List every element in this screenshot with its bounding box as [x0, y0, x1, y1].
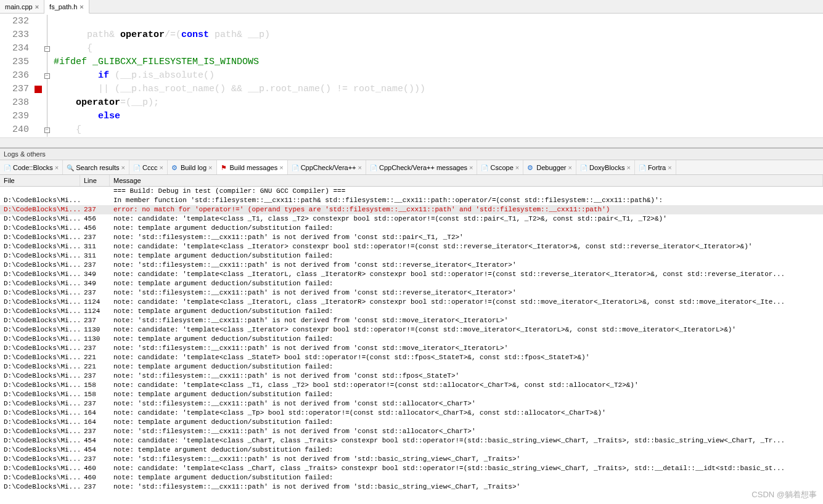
message-row[interactable]: D:\CodeBlocks\Mi...221note: template arg…: [0, 362, 823, 372]
message-row[interactable]: D:\CodeBlocks\Mi...In member function 's…: [0, 196, 823, 205]
panel-tab[interactable]: DoxyBlocks×: [576, 160, 635, 174]
message-row[interactable]: D:\CodeBlocks\Mi...456note: template arg…: [0, 224, 823, 233]
message-row[interactable]: === Build: Debug in test (compiler: GNU …: [0, 187, 823, 196]
msg-file: D:\CodeBlocks\Mi...: [0, 464, 80, 473]
message-row[interactable]: D:\CodeBlocks\Mi...349note: template arg…: [0, 279, 823, 288]
panel-tab[interactable]: CppCheck/Vera++×: [288, 160, 366, 174]
file-tab[interactable]: main.cpp×: [0, 0, 44, 13]
file-tab[interactable]: fs_path.h×: [44, 0, 89, 14]
message-row[interactable]: D:\CodeBlocks\Mi...1124note: template ar…: [0, 307, 823, 316]
col-line[interactable]: Line: [80, 175, 110, 186]
msg-line: 158: [80, 390, 110, 399]
panel-tab[interactable]: Search results×: [63, 160, 129, 174]
message-row[interactable]: D:\CodeBlocks\Mi...237error: no match fo…: [0, 205, 823, 214]
message-row[interactable]: D:\CodeBlocks\Mi...164note: candidate: '…: [0, 408, 823, 418]
panel-tab-label: Cscope: [490, 164, 513, 171]
message-row[interactable]: D:\CodeBlocks\Mi...311note: template arg…: [0, 251, 823, 261]
col-message[interactable]: Message: [110, 175, 823, 186]
msg-line: 221: [80, 353, 110, 362]
close-icon[interactable]: ×: [35, 3, 39, 10]
message-row[interactable]: D:\CodeBlocks\Mi...237note: 'std::filesy…: [0, 372, 823, 381]
message-row[interactable]: D:\CodeBlocks\Mi...1124note: candidate: …: [0, 298, 823, 307]
message-row[interactable]: D:\CodeBlocks\Mi...237note: 'std::filesy…: [0, 427, 823, 436]
close-icon[interactable]: ×: [469, 164, 473, 171]
message-row[interactable]: D:\CodeBlocks\Mi...460note: template arg…: [0, 473, 823, 482]
close-icon[interactable]: ×: [208, 164, 212, 171]
message-row[interactable]: D:\CodeBlocks\Mi...237note: 'std::filesy…: [0, 261, 823, 270]
message-row[interactable]: D:\CodeBlocks\Mi...311note: candidate: '…: [0, 242, 823, 251]
message-row[interactable]: D:\CodeBlocks\Mi...237note: 'std::filesy…: [0, 316, 823, 325]
fold-toggle-icon[interactable]: −: [44, 128, 50, 133]
panel-tab[interactable]: Debugger×: [523, 160, 576, 174]
close-icon[interactable]: ×: [515, 164, 519, 171]
fold-column[interactable]: −−−: [43, 14, 51, 137]
close-icon[interactable]: ×: [626, 164, 630, 171]
panel-tab-label: Build messages: [230, 164, 278, 171]
editor-scrollbar[interactable]: [0, 137, 823, 147]
message-row[interactable]: D:\CodeBlocks\Mi...237note: 'std::filesy…: [0, 233, 823, 242]
message-table-body[interactable]: === Build: Debug in test (compiler: GNU …: [0, 187, 823, 492]
msg-line: 237: [80, 482, 110, 492]
msg-file: D:\CodeBlocks\Mi...: [0, 242, 80, 251]
panel-tab[interactable]: Build log×: [168, 160, 217, 174]
msg-line: 158: [80, 381, 110, 390]
msg-file: D:\CodeBlocks\Mi...: [0, 224, 80, 233]
msg-file: D:\CodeBlocks\Mi...: [0, 381, 80, 390]
close-icon[interactable]: ×: [55, 164, 59, 171]
message-row[interactable]: D:\CodeBlocks\Mi...237note: 'std::filesy…: [0, 455, 823, 464]
close-icon[interactable]: ×: [358, 164, 362, 171]
message-row[interactable]: D:\CodeBlocks\Mi...454note: candidate: '…: [0, 436, 823, 445]
file-tab-label: main.cpp: [5, 3, 33, 10]
msg-file: D:\CodeBlocks\Mi...: [0, 427, 80, 436]
code-content[interactable]: path& operator/=(const path& __p) {#ifde…: [51, 14, 823, 137]
file-tabs: main.cpp×fs_path.h×: [0, 0, 823, 14]
message-row[interactable]: D:\CodeBlocks\Mi...237note: 'std::filesy…: [0, 482, 823, 492]
close-icon[interactable]: ×: [159, 164, 163, 171]
msg-file: D:\CodeBlocks\Mi...: [0, 316, 80, 325]
message-row[interactable]: D:\CodeBlocks\Mi...158note: candidate: '…: [0, 381, 823, 390]
msg-file: D:\CodeBlocks\Mi...: [0, 408, 80, 418]
close-icon[interactable]: ×: [279, 164, 283, 171]
message-row[interactable]: D:\CodeBlocks\Mi...456note: candidate: '…: [0, 214, 823, 224]
message-table-header: File Line Message: [0, 175, 823, 187]
msg-line: 456: [80, 214, 110, 224]
message-row[interactable]: D:\CodeBlocks\Mi...1130note: template ar…: [0, 335, 823, 344]
panel-tab[interactable]: Fortra×: [635, 160, 676, 174]
message-row[interactable]: D:\CodeBlocks\Mi...454note: template arg…: [0, 445, 823, 455]
msg-file: D:\CodeBlocks\Mi...: [0, 344, 80, 353]
code-editor[interactable]: 232233234235236237238239240 −−− path& op…: [0, 14, 823, 137]
panel-tab[interactable]: Cscope×: [477, 160, 523, 174]
panel-tab[interactable]: Cccc×: [129, 160, 168, 174]
fold-toggle-icon[interactable]: −: [44, 46, 50, 52]
msg-text: note: candidate: 'template<class _StateT…: [110, 353, 823, 362]
fold-toggle-icon[interactable]: −: [44, 73, 50, 79]
note-icon: [580, 164, 588, 171]
msg-text: note: template argument deduction/substi…: [110, 473, 823, 482]
editor-area: main.cpp×fs_path.h× 23223323423523623723…: [0, 0, 823, 148]
msg-text: note: candidate: 'template<class _Iterat…: [110, 270, 823, 279]
close-icon[interactable]: ×: [568, 164, 572, 171]
message-row[interactable]: D:\CodeBlocks\Mi...349note: candidate: '…: [0, 270, 823, 279]
panel-tab-label: Search results: [76, 164, 119, 171]
col-file[interactable]: File: [0, 175, 80, 186]
message-row[interactable]: D:\CodeBlocks\Mi...237note: 'std::filesy…: [0, 399, 823, 408]
msg-file: D:\CodeBlocks\Mi...: [0, 279, 80, 288]
msg-line: 237: [80, 372, 110, 381]
panel-tab[interactable]: Build messages×: [217, 160, 288, 174]
logs-header: Logs & others: [0, 148, 823, 160]
msg-file: D:\CodeBlocks\Mi...: [0, 214, 80, 224]
message-row[interactable]: D:\CodeBlocks\Mi...158note: template arg…: [0, 390, 823, 399]
message-row[interactable]: D:\CodeBlocks\Mi...221note: candidate: '…: [0, 353, 823, 362]
close-icon[interactable]: ×: [668, 164, 671, 171]
message-row[interactable]: D:\CodeBlocks\Mi...1130note: candidate: …: [0, 325, 823, 335]
panel-tab[interactable]: CppCheck/Vera++ messages×: [366, 160, 478, 174]
message-row[interactable]: D:\CodeBlocks\Mi...237note: 'std::filesy…: [0, 344, 823, 353]
msg-text: note: template argument deduction/substi…: [110, 362, 823, 372]
message-row[interactable]: D:\CodeBlocks\Mi...237note: 'std::filesy…: [0, 288, 823, 298]
panel-tab[interactable]: Code::Blocks×: [0, 160, 63, 174]
msg-text: note: candidate: 'template<class _Tp> bo…: [110, 408, 823, 418]
close-icon[interactable]: ×: [121, 164, 125, 171]
message-row[interactable]: D:\CodeBlocks\Mi...164note: template arg…: [0, 418, 823, 427]
close-icon[interactable]: ×: [80, 3, 83, 10]
message-row[interactable]: D:\CodeBlocks\Mi...460note: candidate: '…: [0, 464, 823, 473]
